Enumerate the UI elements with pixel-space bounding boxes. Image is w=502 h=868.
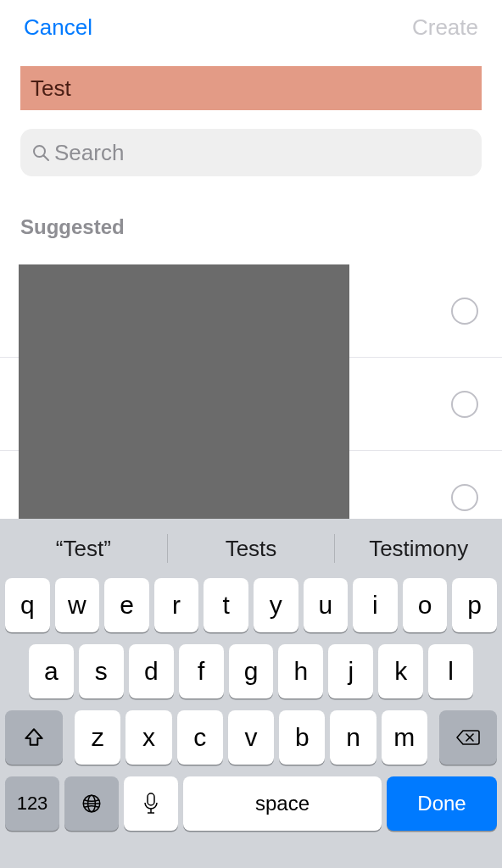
key-c[interactable]: c [177,710,223,765]
key-j[interactable]: j [328,644,373,698]
key-d[interactable]: d [129,644,174,698]
suggested-list [0,264,502,536]
globe-icon [81,793,103,815]
shift-key[interactable] [5,710,63,765]
radio-unchecked-icon[interactable] [451,298,478,325]
key-row: a s d f g h j k l [0,644,502,698]
key-row: z x c v b n m [0,710,502,765]
key-o[interactable]: o [403,578,448,632]
search-icon [31,142,51,163]
backspace-icon [455,727,481,748]
numbers-key[interactable]: 123 [5,776,59,831]
key-i[interactable]: i [353,578,398,632]
keyboard-candidates: “Test” Tests Testimony [0,519,502,578]
title-input[interactable]: Test [20,66,482,110]
candidate[interactable]: Testimony [335,536,502,562]
key-r[interactable]: r [154,578,199,632]
key-m[interactable]: m [382,710,427,765]
key-row: 123 space Done [0,776,502,831]
space-key[interactable]: space [183,776,382,831]
shift-icon [23,726,45,748]
key-f[interactable]: f [179,644,224,698]
create-button: Create [412,14,478,41]
key-g[interactable]: g [229,644,274,698]
key-l[interactable]: l [428,644,473,698]
key-k[interactable]: k [378,644,423,698]
key-p[interactable]: p [452,578,497,632]
done-key[interactable]: Done [387,776,497,831]
key-e[interactable]: e [104,578,149,632]
key-s[interactable]: s [79,644,124,698]
dictation-key[interactable] [124,776,178,831]
radio-unchecked-icon[interactable] [451,391,478,418]
key-z[interactable]: z [75,710,120,765]
radio-unchecked-icon[interactable] [451,484,478,511]
svg-line-1 [44,156,49,161]
cancel-button[interactable]: Cancel [24,14,92,41]
candidate[interactable]: “Test” [0,536,167,562]
key-a[interactable]: a [29,644,74,698]
title-input-value: Test [31,75,71,102]
key-v[interactable]: v [228,710,274,765]
key-n[interactable]: n [330,710,376,765]
key-u[interactable]: u [304,578,349,632]
search-placeholder: Search [54,140,124,166]
section-header-suggested: Suggested [20,215,482,239]
key-t[interactable]: t [204,578,248,632]
key-h[interactable]: h [278,644,323,698]
svg-rect-7 [148,793,154,805]
keyboard: “Test” Tests Testimony q w e r t y u i o… [0,519,502,868]
key-w[interactable]: w [55,578,100,632]
key-q[interactable]: q [5,578,50,632]
candidate[interactable]: Tests [168,536,335,562]
key-x[interactable]: x [126,710,171,765]
microphone-icon [142,792,159,815]
globe-key[interactable] [64,776,119,831]
backspace-key[interactable] [439,710,497,765]
key-b[interactable]: b [279,710,325,765]
nav-bar: Cancel Create [0,0,502,54]
key-y[interactable]: y [254,578,298,632]
key-row: q w e r t y u i o p [0,578,502,632]
image-placeholder [19,264,349,527]
search-input[interactable]: Search [20,129,482,176]
